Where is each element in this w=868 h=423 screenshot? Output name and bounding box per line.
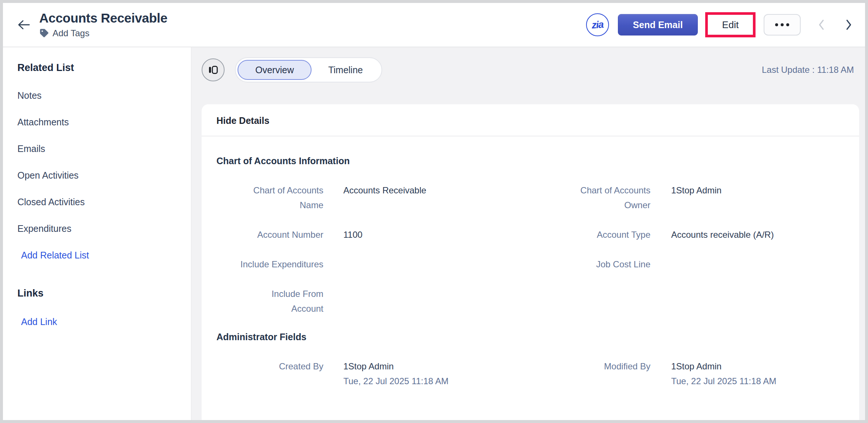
more-options-icon — [775, 23, 789, 26]
view-toolbar: OverviewTimeline Last Update : 11:18 AM — [202, 57, 859, 83]
field-value-modified-by: 1Stop AdminTue, 22 Jul 2025 11:18 AM — [650, 359, 844, 389]
field-label-empty — [565, 287, 650, 316]
section-chart-of-accounts-information: Chart of Accounts InformationChart of Ac… — [216, 155, 844, 316]
field-label-include-expenditures: Include Expenditures — [216, 257, 323, 272]
record-header: Accounts Receivable Add Tags zia Send Em… — [3, 3, 865, 47]
zia-logo-icon: zia — [591, 18, 604, 31]
fields-container: Chart of Accounts InformationChart of Ac… — [202, 136, 859, 389]
add-tags-label: Add Tags — [53, 28, 90, 38]
section-heading: Administrator Fields — [216, 331, 844, 343]
field-row: Chart of Accounts NameAccounts Receivabl… — [216, 183, 844, 213]
chevron-left-icon — [817, 19, 826, 31]
field-row: Include From Account — [216, 287, 844, 316]
related-list-heading: Related List — [17, 62, 184, 73]
field-label-job-cost-line: Job Cost Line — [565, 257, 650, 272]
add-tags-button[interactable]: Add Tags — [39, 28, 167, 38]
field-value-empty — [650, 287, 844, 316]
field-value-created-by: 1Stop AdminTue, 22 Jul 2025 11:18 AM — [323, 359, 565, 389]
field-label-chart-of-accounts-name: Chart of Accounts Name — [216, 183, 323, 213]
section-heading: Chart of Accounts Information — [216, 155, 844, 167]
zia-assistant-button[interactable]: zia — [586, 13, 609, 36]
add-related-list-link[interactable]: Add Related List — [17, 242, 184, 268]
tag-icon — [39, 28, 49, 38]
field-value-include-expenditures — [323, 257, 565, 272]
field-label-account-type: Account Type — [565, 227, 650, 242]
sidebar-item-notes[interactable]: Notes — [17, 82, 184, 109]
field-value-chart-of-accounts-owner: 1Stop Admin — [650, 183, 844, 213]
field-row: Created By1Stop AdminTue, 22 Jul 2025 11… — [216, 359, 844, 389]
record-main-area: OverviewTimeline Last Update : 11:18 AM … — [192, 47, 865, 420]
overview-timeline-tabs: OverviewTimeline — [235, 57, 382, 82]
send-email-button[interactable]: Send Email — [618, 14, 698, 35]
field-label-include-from-account: Include From Account — [216, 287, 323, 316]
field-label-account-number: Account Number — [216, 227, 323, 242]
app-frame: Accounts Receivable Add Tags zia Send Em… — [0, 0, 868, 423]
details-panel: Hide Details Chart of Accounts Informati… — [202, 104, 859, 420]
sidebar-item-open-activities[interactable]: Open Activities — [17, 162, 184, 189]
related-list-sidebar: Related List NotesAttachmentsEmailsOpen … — [3, 47, 192, 420]
card-view-icon — [208, 65, 219, 75]
sidebar-item-attachments[interactable]: Attachments — [17, 109, 184, 135]
related-list-items: NotesAttachmentsEmailsOpen ActivitiesClo… — [17, 82, 184, 242]
field-row: Account Number1100Account TypeAccounts r… — [216, 227, 844, 242]
links-heading: Links — [17, 288, 184, 299]
field-label-modified-by: Modified By — [565, 359, 650, 389]
field-row: Include ExpendituresJob Cost Line — [216, 257, 844, 272]
more-options-button[interactable] — [764, 14, 801, 35]
card-view-toggle-button[interactable] — [202, 58, 225, 81]
field-value-job-cost-line — [650, 257, 844, 272]
field-value-chart-of-accounts-name: Accounts Receivable — [323, 183, 565, 213]
field-value-include-from-account — [323, 287, 565, 316]
chevron-right-icon — [844, 19, 854, 31]
next-record-button[interactable] — [842, 17, 855, 33]
hide-details-toggle[interactable]: Hide Details — [202, 104, 859, 136]
field-value-account-type: Accounts receivable (A/R) — [650, 227, 844, 242]
sidebar-item-expenditures[interactable]: Expenditures — [17, 215, 184, 242]
last-update-text: Last Update : 11:18 AM — [762, 65, 854, 75]
field-label-created-by: Created By — [216, 359, 323, 389]
sidebar-item-closed-activities[interactable]: Closed Activities — [17, 189, 184, 215]
section-administrator-fields: Administrator FieldsCreated By1Stop Admi… — [216, 331, 844, 389]
sidebar-item-emails[interactable]: Emails — [17, 135, 184, 162]
back-arrow-icon — [16, 17, 31, 32]
previous-record-button[interactable] — [815, 17, 828, 33]
tab-overview[interactable]: Overview — [238, 60, 312, 80]
field-value-account-number: 1100 — [323, 227, 565, 242]
edit-highlight-annotation: Edit — [705, 12, 756, 37]
back-button[interactable] — [16, 17, 32, 33]
tab-timeline[interactable]: Timeline — [312, 60, 380, 80]
edit-button[interactable]: Edit — [708, 15, 753, 35]
add-link-link[interactable]: Add Link — [17, 308, 184, 335]
page-title: Accounts Receivable — [39, 11, 167, 26]
field-label-chart-of-accounts-owner: Chart of Accounts Owner — [565, 183, 650, 213]
